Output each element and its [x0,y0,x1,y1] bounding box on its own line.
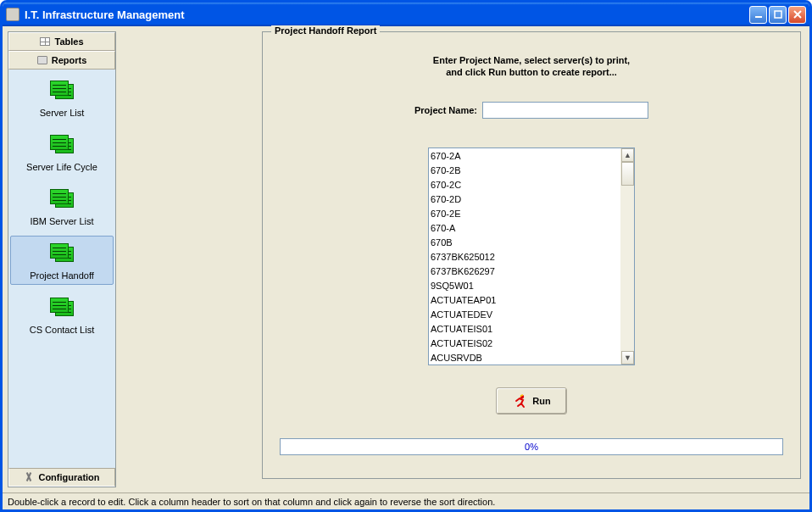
server-list-item[interactable]: 670B [431,236,619,250]
server-list-item[interactable]: ACTUATEIS01 [431,322,619,337]
sidebar-item[interactable]: Server List [10,73,114,122]
server-list-item[interactable]: 670-2E [431,207,619,221]
sidebar-tab-configuration-label: Configuration [38,472,99,482]
report-panel: Project Handoff Report Enter Project Nam… [262,31,801,479]
sidebar-tab-reports[interactable]: Reports [8,51,115,70]
app-icon [6,8,19,21]
server-list-content: 670-2A670-2B670-2C670-2D670-2E670-A670B6… [429,148,620,365]
reports-icon [37,56,47,64]
statusbar-hint: Double-click a record to edit. Click a c… [8,497,495,507]
report-instructions: Enter Project Name, select server(s) to … [273,54,790,78]
minimize-icon [754,10,763,19]
progress-text: 0% [525,442,538,452]
sidebar-item[interactable]: Server Life Cycle [10,127,114,176]
sidebar-item-label: Project Handoff [30,270,94,281]
sidebar-tab-configuration[interactable]: Configuration [8,468,115,487]
app-window: I.T. Infrastructure Management Tables [0,0,812,512]
sidebar-item-label: IBM Server List [30,216,93,226]
server-list-item[interactable]: 6737BK626297 [431,264,619,279]
maximize-icon [774,10,782,19]
sidebar-item[interactable]: IBM Server List [10,181,114,231]
run-button-label: Run [532,396,550,406]
statusbar: Double-click a record to edit. Click a c… [3,493,809,509]
tables-icon [40,37,50,46]
instructions-line1: Enter Project Name, select server(s) to … [433,55,630,65]
server-list-item[interactable]: ACUSRVDB [431,351,619,365]
window-title: I.T. Infrastructure Management [25,8,749,21]
sidebar-item-label: CS Contact List [30,325,94,335]
server-list-item[interactable]: 9SQ5W01 [431,279,619,293]
scroll-track[interactable] [621,162,634,351]
minimize-button[interactable] [749,6,767,24]
server-list-item[interactable]: ACTUATEAP01 [431,293,619,308]
sidebar-item[interactable]: Project Handoff [10,236,114,285]
report-item-icon [48,243,75,267]
server-list-item[interactable]: 670-2C [431,178,619,192]
server-list-item[interactable]: 6737BK625012 [431,250,619,264]
client-area: Tables Reports Server ListServer Life Cy… [3,26,809,509]
server-list-item[interactable]: 670-2A [431,149,619,164]
scrollbar: ▲ ▼ [620,148,634,365]
project-name-input[interactable] [482,102,648,119]
close-button[interactable] [788,6,806,24]
report-item-icon [48,81,75,104]
server-listbox[interactable]: 670-2A670-2B670-2C670-2D670-2E670-A670B6… [428,147,635,365]
configuration-icon [24,472,34,482]
sidebar-tab-reports-label: Reports [52,55,87,65]
scroll-up-button[interactable]: ▲ [621,148,634,162]
sidebar: Tables Reports Server ListServer Life Cy… [8,31,116,487]
run-button[interactable]: Run [496,387,567,415]
sidebar-tab-tables-label: Tables [54,36,83,47]
instructions-line2: and click Run button to create report... [446,67,617,77]
sidebar-tab-tables[interactable]: Tables [8,32,115,51]
sidebar-item-label: Server List [40,108,85,118]
report-legend: Project Handoff Report [271,25,380,36]
server-list-item[interactable]: ACTUATEDEV [431,308,619,322]
sidebar-item[interactable]: CS Contact List [10,290,114,339]
report-item-icon [48,298,75,321]
sidebar-items: Server ListServer Life CycleIBM Server L… [8,70,115,468]
sidebar-item-label: Server Life Cycle [26,162,97,172]
svg-rect-0 [755,16,762,18]
maximize-button[interactable] [769,6,787,24]
scroll-thumb[interactable] [621,162,634,186]
run-icon [512,393,527,409]
project-name-label: Project Name: [414,105,477,115]
server-list-item[interactable]: 670-2B [431,164,619,178]
server-list-item[interactable]: ACTUATEIS02 [431,337,619,351]
server-list-item[interactable]: 670-A [431,221,619,236]
progress-bar: 0% [280,438,783,455]
report-item-icon [48,135,75,159]
scroll-down-button[interactable]: ▼ [621,351,634,365]
close-icon [793,10,802,19]
svg-rect-1 [775,11,781,18]
report-item-icon [48,189,75,213]
server-list-item[interactable]: 670-2D [431,192,619,207]
titlebar: I.T. Infrastructure Management [3,3,809,26]
content-area: Project Handoff Report Enter Project Nam… [121,31,804,487]
